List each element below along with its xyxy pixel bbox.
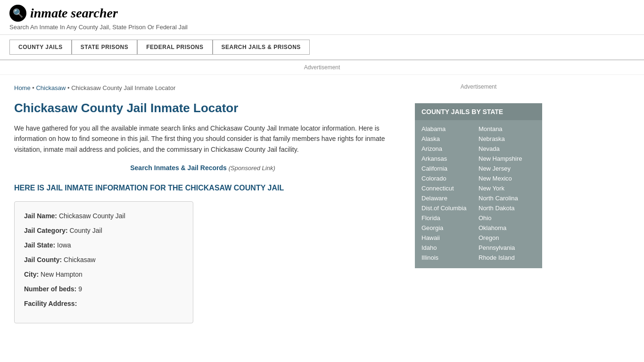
state-link[interactable]: Oregon <box>479 233 536 243</box>
state-link[interactable]: Arkansas <box>421 154 479 164</box>
sponsored-link[interactable]: Search Inmates & Jail Records <box>130 164 227 172</box>
logo-icon: 🔍 <box>9 5 26 22</box>
beds-row: Number of beds: 9 <box>24 284 183 294</box>
state-link[interactable]: Oklahoma <box>479 223 536 233</box>
states-col1: AlabamaAlaskaArizonaArkansasCaliforniaCo… <box>421 124 479 263</box>
jail-county-row: Jail County: Chickasaw <box>24 255 183 265</box>
state-link[interactable]: Florida <box>421 213 479 223</box>
breadcrumb-chickasaw[interactable]: Chickasaw <box>36 84 66 91</box>
state-link[interactable]: Colorado <box>421 173 479 183</box>
state-link[interactable]: Delaware <box>421 193 479 203</box>
header: 🔍 inmate searcher Search An Inmate In An… <box>0 0 644 35</box>
nav-state-prisons[interactable]: STATE PRISONS <box>72 40 137 55</box>
state-link[interactable]: Georgia <box>421 223 479 233</box>
main-layout: Home • Chickasaw • Chickasaw County Jail… <box>0 75 644 333</box>
sidebar: Advertisement COUNTY JAILS BY STATE Alab… <box>405 75 552 333</box>
ad-banner: Advertisement <box>0 60 644 75</box>
jail-state-row: Jail State: Iowa <box>24 240 183 250</box>
state-link[interactable]: Nevada <box>479 144 536 154</box>
state-link[interactable]: Connecticut <box>421 183 479 193</box>
jail-county-label: Jail County: <box>24 256 62 263</box>
tagline: Search An Inmate In Any County Jail, Sta… <box>9 24 635 31</box>
sidebar-ad: Advertisement <box>415 80 542 94</box>
state-link[interactable]: North Carolina <box>479 193 536 203</box>
page-title: Chickasaw County Jail Inmate Locator <box>14 101 391 115</box>
state-link[interactable]: Dist.of Columbia <box>421 203 479 213</box>
beds-label: Number of beds: <box>24 285 76 293</box>
jail-category-label: Jail Category: <box>24 227 68 234</box>
jail-name-row: Jail Name: Chickasaw County Jail <box>24 211 183 221</box>
facility-address-row: Facility Address: <box>24 299 183 309</box>
nav: COUNTY JAILS STATE PRISONS FEDERAL PRISO… <box>0 35 644 60</box>
state-link[interactable]: Rhode Island <box>479 253 536 263</box>
state-link[interactable]: Alaska <box>421 134 479 144</box>
state-grid: AlabamaAlaskaArizonaArkansasCaliforniaCo… <box>415 120 542 268</box>
sponsored-link-area: Search Inmates & Jail Records (Sponsored… <box>14 164 391 172</box>
logo-text-2: searcher <box>71 6 118 20</box>
jail-name-label: Jail Name: <box>24 212 57 220</box>
description: We have gathered for you all the availab… <box>14 123 391 155</box>
state-link[interactable]: California <box>421 164 479 173</box>
state-link[interactable]: Nebraska <box>479 134 536 144</box>
logo-area: 🔍 inmate searcher <box>9 5 635 22</box>
state-link[interactable]: North Dakota <box>479 203 536 213</box>
state-link[interactable]: Illinois <box>421 253 479 263</box>
city-row: City: New Hampton <box>24 270 183 280</box>
facility-address-label: Facility Address: <box>24 300 77 307</box>
nav-federal-prisons[interactable]: FEDERAL PRISONS <box>137 40 212 55</box>
logo-text-1: inmate <box>30 6 67 20</box>
breadcrumb-home[interactable]: Home <box>14 84 31 91</box>
state-link[interactable]: Hawaii <box>421 233 479 243</box>
breadcrumb-current: Chickasaw County Jail Inmate Locator <box>71 84 175 91</box>
state-link[interactable]: Arizona <box>421 144 479 154</box>
state-link[interactable]: Ohio <box>479 213 536 223</box>
state-link[interactable]: New York <box>479 183 536 193</box>
nav-county-jails[interactable]: COUNTY JAILS <box>9 40 72 55</box>
state-link[interactable]: Idaho <box>421 243 479 253</box>
info-heading: HERE IS JAIL INMATE INFORMATION FOR THE … <box>14 183 391 193</box>
breadcrumb: Home • Chickasaw • Chickasaw County Jail… <box>14 84 391 91</box>
nav-items: COUNTY JAILS STATE PRISONS FEDERAL PRISO… <box>9 40 635 55</box>
content-area: Home • Chickasaw • Chickasaw County Jail… <box>0 75 405 333</box>
state-link[interactable]: Alabama <box>421 124 479 134</box>
state-link[interactable]: Montana <box>479 124 536 134</box>
state-link[interactable]: New Jersey <box>479 164 536 173</box>
city-label: City: <box>24 271 39 278</box>
state-widget: COUNTY JAILS BY STATE AlabamaAlaskaArizo… <box>415 103 542 268</box>
logo-text: inmate searcher <box>30 6 118 21</box>
sponsored-suffix: (Sponsored Link) <box>229 165 275 172</box>
state-widget-title: COUNTY JAILS BY STATE <box>415 103 542 120</box>
state-link[interactable]: Pennsylvania <box>479 243 536 253</box>
jail-state-label: Jail State: <box>24 241 55 249</box>
info-box: Jail Name: Chickasaw County Jail Jail Ca… <box>14 201 193 323</box>
breadcrumb-sep2: • <box>67 84 71 91</box>
states-col2: MontanaNebraskaNevadaNew HampshireNew Je… <box>479 124 536 263</box>
jail-category-row: Jail Category: County Jail <box>24 226 183 236</box>
nav-search-jails[interactable]: SEARCH JAILS & PRISONS <box>213 40 310 55</box>
state-link[interactable]: New Hampshire <box>479 154 536 164</box>
state-link[interactable]: New Mexico <box>479 173 536 183</box>
